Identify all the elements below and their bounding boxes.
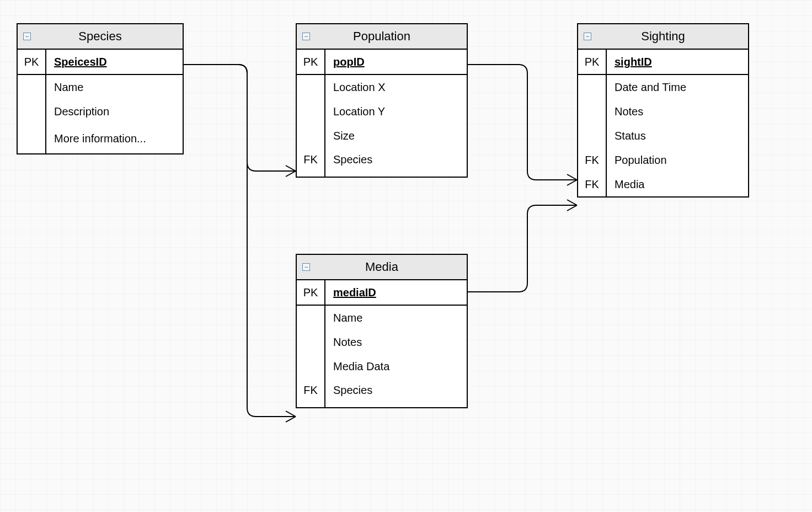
entity-population[interactable]: − Population PK popID Location X Locatio…: [296, 23, 468, 178]
attr-field: More information...: [54, 132, 146, 145]
attr-key: [297, 75, 325, 99]
pk-label: PK: [297, 280, 325, 305]
entity-media-title: Media: [314, 260, 461, 274]
media-pk-row: PK mediaID: [297, 280, 467, 306]
pk-label: PK: [297, 50, 325, 74]
entity-sighting-title: Sighting: [596, 29, 742, 44]
attr-field: Population: [615, 154, 667, 167]
attr-key: [18, 75, 46, 99]
entity-species[interactable]: − Species PK SpeicesID Name Description …: [17, 23, 184, 154]
attr-key: FK: [297, 148, 325, 177]
collapse-icon[interactable]: −: [584, 33, 591, 40]
entity-media-header[interactable]: − Media: [297, 255, 467, 280]
species-pk-row: PK SpeicesID: [18, 50, 183, 75]
sighting-pk-row: PK sightID: [578, 50, 748, 75]
attr-key: [297, 306, 325, 330]
collapse-icon[interactable]: −: [302, 33, 310, 40]
attr-key: [18, 124, 46, 153]
population-attr-row: Location Y: [297, 99, 467, 124]
species-pk-field: SpeicesID: [54, 56, 107, 68]
attr-field: Description: [54, 105, 109, 118]
entity-media[interactable]: − Media PK mediaID Name Notes Media Data…: [296, 254, 468, 408]
sighting-attr-row: FK Population: [578, 148, 748, 172]
attr-key: [297, 330, 325, 354]
media-pk-field: mediaID: [333, 286, 376, 299]
population-pk-field: popID: [333, 56, 365, 68]
sighting-attr-row: Notes: [578, 99, 748, 124]
population-attr-row: Location X: [297, 75, 467, 99]
media-attr-row: Media Data: [297, 354, 467, 378]
species-attr-row: Name: [18, 75, 183, 99]
attr-field: Location X: [333, 81, 386, 94]
attr-field: Media: [615, 178, 644, 191]
attr-field: Notes: [615, 105, 643, 118]
attr-field: Location Y: [333, 105, 385, 118]
attr-field: Date and Time: [615, 81, 686, 94]
attr-field: Name: [333, 312, 362, 324]
entity-population-title: Population: [314, 29, 461, 44]
attr-key: [297, 99, 325, 124]
attr-field: Notes: [333, 336, 362, 349]
entity-species-title: Species: [35, 29, 177, 44]
collapse-icon[interactable]: −: [302, 263, 310, 271]
attr-field: Size: [333, 130, 355, 142]
sighting-attr-row: Date and Time: [578, 75, 748, 99]
sighting-attr-row: FK Media: [578, 172, 748, 196]
attr-key: [578, 99, 607, 124]
population-attr-row: Size: [297, 124, 467, 148]
attr-key: [297, 354, 325, 378]
media-attr-row: Notes: [297, 330, 467, 354]
attr-key: [578, 75, 607, 99]
attr-key: [297, 124, 325, 148]
pk-label: PK: [578, 50, 607, 74]
entity-sighting-header[interactable]: − Sighting: [578, 24, 748, 50]
pk-label: PK: [18, 50, 46, 74]
attr-key: FK: [297, 378, 325, 407]
sighting-attr-row: Status: [578, 124, 748, 148]
collapse-icon[interactable]: −: [23, 33, 31, 40]
attr-field: Media Data: [333, 360, 389, 373]
species-attr-row: More information...: [18, 124, 183, 153]
attr-key: FK: [578, 172, 607, 196]
attr-key: [18, 99, 46, 124]
species-attr-row: Description: [18, 99, 183, 124]
attr-key: FK: [578, 148, 607, 172]
entity-sighting[interactable]: − Sighting PK sightID Date and Time Note…: [577, 23, 749, 198]
attr-field: Status: [615, 130, 646, 142]
attr-field: Name: [54, 81, 83, 94]
sighting-pk-field: sightID: [615, 56, 652, 68]
media-attr-row: FK Species: [297, 378, 467, 407]
media-attr-row: Name: [297, 306, 467, 330]
population-pk-row: PK popID: [297, 50, 467, 75]
attr-field: Species: [333, 384, 372, 397]
entity-population-header[interactable]: − Population: [297, 24, 467, 50]
attr-key: [578, 124, 607, 148]
attr-field: Species: [333, 153, 372, 166]
entity-species-header[interactable]: − Species: [18, 24, 183, 50]
population-attr-row: FK Species: [297, 148, 467, 177]
